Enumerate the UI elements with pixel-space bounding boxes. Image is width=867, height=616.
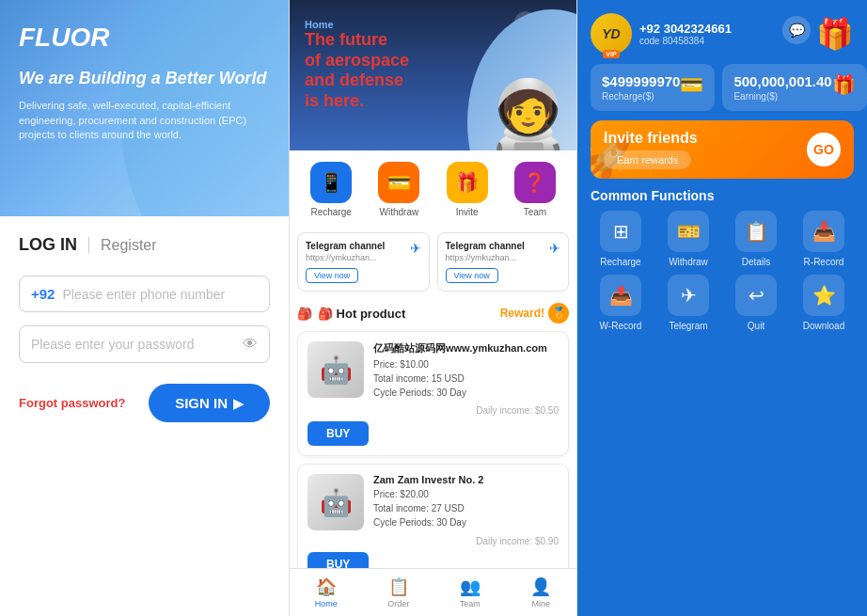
- channel-card-2: Telegram channel https://ymkuzhan... ✈ V…: [437, 232, 570, 292]
- earning-value: 500,000,001.40: [733, 73, 831, 89]
- func-telegram[interactable]: ✈ Telegram: [658, 275, 718, 331]
- product2-daily: Daily income: $0.90: [307, 536, 559, 546]
- action-recharge[interactable]: 📱 Recharge: [310, 162, 352, 217]
- withdraw-label: Withdraw: [380, 207, 419, 217]
- func-withdraw[interactable]: 🎫 Withdraw: [658, 211, 718, 267]
- func-w-record-label: W-Record: [600, 321, 642, 331]
- login-tabs: LOG IN Register: [19, 235, 270, 255]
- func-withdraw-label: Withdraw: [669, 257, 708, 267]
- channel1-title: Telegram channel: [306, 241, 385, 251]
- earn-rewards-button[interactable]: Earn rewards: [604, 150, 691, 169]
- reward-label: Reward!: [500, 307, 544, 320]
- action-team[interactable]: ❓ Team: [514, 162, 556, 217]
- gift-large-icon: 🎁: [816, 16, 854, 52]
- action-buttons: 📱 Recharge 💳 Withdraw 🎁 Invite ❓ Team: [290, 150, 576, 229]
- func-download[interactable]: ⭐ Download: [794, 275, 854, 331]
- hot-title-text: 🎒 Hot product: [318, 307, 405, 321]
- product2-image: 🤖: [307, 474, 364, 530]
- func-recharge-icon: ⊞: [600, 211, 641, 252]
- login-panel: FLUOR We are Building a Better World Del…: [0, 0, 289, 616]
- func-recharge-label: Recharge: [600, 257, 640, 267]
- team-nav-label: Team: [460, 599, 481, 608]
- product2-price: Price: $20.00: [373, 487, 559, 501]
- order-nav-label: Order: [387, 599, 409, 608]
- dashboard-header: YD VIP +92 3042324661 code 80458384 💬 🎁: [577, 0, 867, 64]
- func-details-icon: 📋: [735, 211, 777, 252]
- nav-team[interactable]: 👥 Team: [460, 577, 481, 608]
- func-withdraw-icon: 🎫: [668, 211, 709, 252]
- product2-info: Zam Zam Investr No. 2 Price: $20.00 Tota…: [373, 474, 559, 530]
- func-w-record[interactable]: 📤 W-Record: [591, 275, 651, 331]
- team-label: Team: [524, 207, 546, 217]
- product1-content: 🤖 亿码酷站源码网www.ymkuzhan.com Price: $10.00 …: [307, 341, 559, 400]
- invite-title: Invite friends: [604, 130, 698, 147]
- func-w-record-icon: 📤: [600, 275, 641, 316]
- nav-order[interactable]: 📋 Order: [387, 577, 409, 608]
- func-r-record-label: R-Record: [804, 257, 844, 267]
- mine-nav-icon: 👤: [530, 577, 551, 597]
- buy-btn-1[interactable]: BUY: [307, 421, 369, 446]
- action-invite[interactable]: 🎁 Invite: [447, 162, 488, 217]
- tab-register[interactable]: Register: [101, 237, 157, 254]
- product1-info: 亿码酷站源码网www.ymkuzhan.com Price: $10.00 To…: [373, 341, 559, 400]
- company-logo: FLUOR: [19, 23, 270, 53]
- phone-input-wrapper[interactable]: +92 Please enter phone number: [19, 276, 270, 312]
- sign-in-button[interactable]: SIGN IN ▶: [149, 384, 270, 422]
- hot-products-section: 🎒 🎒 Hot product Reward! 🏅 🤖 亿码酷站源码网www.y…: [290, 299, 576, 568]
- forgot-password-link[interactable]: Forgot password?: [19, 396, 125, 410]
- tab-login[interactable]: LOG IN: [19, 235, 77, 255]
- product1-cycle: Cycle Periods: 30 Day: [373, 386, 559, 400]
- earning-label: Earning($): [733, 91, 831, 102]
- dashboard-panel: YD VIP +92 3042324661 code 80458384 💬 🎁 …: [577, 0, 867, 616]
- home-panel: 💬 ✉ Home The future of aerospace and def…: [289, 0, 577, 616]
- home-nav-label: Home: [315, 599, 338, 608]
- telegram-channels: Telegram channel https://ymkuzhan... ✈ V…: [290, 229, 576, 299]
- nav-home[interactable]: 🏠 Home: [315, 577, 338, 608]
- invite-content: Invite friends Earn rewards: [604, 130, 698, 169]
- hero-text: Home The future of aerospace and defense…: [305, 19, 409, 111]
- hero-title-highlight: is here.: [305, 91, 364, 110]
- sign-in-label: SIGN IN: [175, 395, 228, 411]
- nav-mine[interactable]: 👤 Mine: [530, 577, 551, 608]
- eye-icon[interactable]: 👁: [243, 336, 258, 353]
- tab-divider: [88, 237, 89, 254]
- func-download-label: Download: [803, 321, 844, 331]
- stat-earning: 500,000,001.40 Earning($) 🎁: [722, 64, 866, 111]
- func-r-record[interactable]: 📥 R-Record: [794, 211, 854, 267]
- mine-nav-label: Mine: [531, 599, 550, 608]
- view-now-btn-1[interactable]: View now: [306, 268, 358, 283]
- hot-header: 🎒 🎒 Hot product Reward! 🏅: [297, 303, 569, 324]
- earning-stat-icon: 🎁: [832, 73, 856, 96]
- chat-bubble-icon[interactable]: 💬: [782, 16, 811, 44]
- channel2-title: Telegram channel: [446, 241, 525, 251]
- product2-content: 🤖 Zam Zam Investr No. 2 Price: $20.00 To…: [307, 474, 559, 530]
- func-telegram-label: Telegram: [669, 321, 707, 331]
- team-icon: ❓: [514, 162, 556, 203]
- func-telegram-icon: ✈: [668, 275, 709, 316]
- product2-income: Total income: 27 USD: [373, 501, 559, 515]
- withdraw-icon: 💳: [378, 162, 419, 203]
- products-scroll: 🎒 🎒 Hot product Reward! 🏅 🤖 亿码酷站源码网www.y…: [290, 299, 576, 568]
- func-download-icon: ⭐: [803, 275, 844, 316]
- product1-name: 亿码酷站源码网www.ymkuzhan.com: [373, 341, 559, 355]
- go-button[interactable]: GO: [807, 133, 841, 166]
- recharge-icon: 📱: [310, 162, 352, 203]
- buy-btn-2[interactable]: BUY: [307, 552, 369, 568]
- func-recharge[interactable]: ⊞ Recharge: [591, 211, 651, 267]
- product-card-1: 🤖 亿码酷站源码网www.ymkuzhan.com Price: $10.00 …: [297, 331, 569, 456]
- func-details[interactable]: 📋 Details: [726, 211, 786, 267]
- view-now-btn-2[interactable]: View now: [446, 268, 498, 283]
- channel-card-1: Telegram channel https://ymkuzhan... ✈ V…: [297, 232, 430, 292]
- phone-prefix: +92: [31, 286, 55, 302]
- company-description: Delivering safe, well-executed, capital-…: [19, 99, 270, 142]
- hot-title: 🎒 🎒 Hot product: [297, 307, 405, 321]
- func-quit[interactable]: ↩ Quit: [726, 275, 786, 331]
- action-withdraw[interactable]: 💳 Withdraw: [378, 162, 419, 217]
- vip-badge-text: YD: [602, 26, 620, 41]
- channel2-url: https://ymkuzhan...: [446, 253, 525, 262]
- stat-recharge: $499999970 Recharge($) 💳: [591, 64, 715, 111]
- password-input-wrapper[interactable]: Please enter your password 👁: [19, 325, 270, 363]
- func-r-record-icon: 📥: [803, 211, 844, 252]
- product1-price: Price: $10.00: [373, 357, 559, 371]
- hero-title: The future of aerospace and defense is h…: [305, 30, 409, 111]
